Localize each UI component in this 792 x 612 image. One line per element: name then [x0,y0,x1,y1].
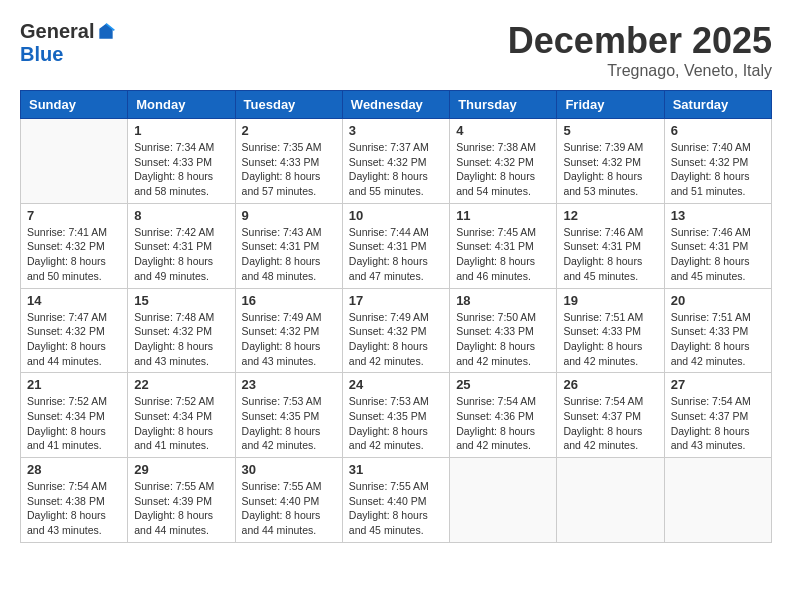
day-number: 28 [27,462,121,477]
calendar-day-cell: 19Sunrise: 7:51 AMSunset: 4:33 PMDayligh… [557,288,664,373]
day-number: 15 [134,293,228,308]
calendar-day-cell: 25Sunrise: 7:54 AMSunset: 4:36 PMDayligh… [450,373,557,458]
day-number: 29 [134,462,228,477]
calendar-day-cell: 26Sunrise: 7:54 AMSunset: 4:37 PMDayligh… [557,373,664,458]
day-number: 8 [134,208,228,223]
day-info: Sunrise: 7:34 AMSunset: 4:33 PMDaylight:… [134,140,228,199]
day-info: Sunrise: 7:49 AMSunset: 4:32 PMDaylight:… [349,310,443,369]
day-info: Sunrise: 7:40 AMSunset: 4:32 PMDaylight:… [671,140,765,199]
calendar-day-cell [450,458,557,543]
day-number: 10 [349,208,443,223]
day-number: 30 [242,462,336,477]
day-number: 19 [563,293,657,308]
day-number: 2 [242,123,336,138]
day-info: Sunrise: 7:39 AMSunset: 4:32 PMDaylight:… [563,140,657,199]
calendar-day-cell: 10Sunrise: 7:44 AMSunset: 4:31 PMDayligh… [342,203,449,288]
day-number: 24 [349,377,443,392]
day-info: Sunrise: 7:46 AMSunset: 4:31 PMDaylight:… [671,225,765,284]
day-info: Sunrise: 7:54 AMSunset: 4:37 PMDaylight:… [563,394,657,453]
day-number: 27 [671,377,765,392]
day-number: 12 [563,208,657,223]
calendar-week-row: 28Sunrise: 7:54 AMSunset: 4:38 PMDayligh… [21,458,772,543]
calendar-day-cell: 20Sunrise: 7:51 AMSunset: 4:33 PMDayligh… [664,288,771,373]
calendar-week-row: 7Sunrise: 7:41 AMSunset: 4:32 PMDaylight… [21,203,772,288]
day-number: 7 [27,208,121,223]
calendar-day-cell: 3Sunrise: 7:37 AMSunset: 4:32 PMDaylight… [342,119,449,204]
location-subtitle: Tregnago, Veneto, Italy [508,62,772,80]
weekday-header: Wednesday [342,91,449,119]
logo: General Blue [20,20,116,66]
day-info: Sunrise: 7:50 AMSunset: 4:33 PMDaylight:… [456,310,550,369]
day-info: Sunrise: 7:46 AMSunset: 4:31 PMDaylight:… [563,225,657,284]
day-info: Sunrise: 7:53 AMSunset: 4:35 PMDaylight:… [242,394,336,453]
day-number: 31 [349,462,443,477]
day-number: 25 [456,377,550,392]
calendar-day-cell [664,458,771,543]
day-info: Sunrise: 7:35 AMSunset: 4:33 PMDaylight:… [242,140,336,199]
day-number: 5 [563,123,657,138]
day-info: Sunrise: 7:52 AMSunset: 4:34 PMDaylight:… [27,394,121,453]
calendar-day-cell: 18Sunrise: 7:50 AMSunset: 4:33 PMDayligh… [450,288,557,373]
calendar-day-cell: 27Sunrise: 7:54 AMSunset: 4:37 PMDayligh… [664,373,771,458]
day-info: Sunrise: 7:53 AMSunset: 4:35 PMDaylight:… [349,394,443,453]
calendar-day-cell [21,119,128,204]
day-number: 21 [27,377,121,392]
day-number: 17 [349,293,443,308]
calendar-header-row: SundayMondayTuesdayWednesdayThursdayFrid… [21,91,772,119]
calendar-week-row: 14Sunrise: 7:47 AMSunset: 4:32 PMDayligh… [21,288,772,373]
calendar-day-cell: 21Sunrise: 7:52 AMSunset: 4:34 PMDayligh… [21,373,128,458]
day-number: 14 [27,293,121,308]
day-info: Sunrise: 7:47 AMSunset: 4:32 PMDaylight:… [27,310,121,369]
day-number: 18 [456,293,550,308]
title-section: December 2025 Tregnago, Veneto, Italy [508,20,772,80]
day-info: Sunrise: 7:49 AMSunset: 4:32 PMDaylight:… [242,310,336,369]
weekday-header: Tuesday [235,91,342,119]
logo-blue: Blue [20,43,63,66]
calendar-day-cell: 31Sunrise: 7:55 AMSunset: 4:40 PMDayligh… [342,458,449,543]
calendar-day-cell: 22Sunrise: 7:52 AMSunset: 4:34 PMDayligh… [128,373,235,458]
calendar-day-cell: 6Sunrise: 7:40 AMSunset: 4:32 PMDaylight… [664,119,771,204]
day-info: Sunrise: 7:52 AMSunset: 4:34 PMDaylight:… [134,394,228,453]
calendar-day-cell: 9Sunrise: 7:43 AMSunset: 4:31 PMDaylight… [235,203,342,288]
day-number: 23 [242,377,336,392]
calendar-day-cell: 29Sunrise: 7:55 AMSunset: 4:39 PMDayligh… [128,458,235,543]
calendar-day-cell: 28Sunrise: 7:54 AMSunset: 4:38 PMDayligh… [21,458,128,543]
weekday-header: Sunday [21,91,128,119]
day-info: Sunrise: 7:54 AMSunset: 4:36 PMDaylight:… [456,394,550,453]
weekday-header: Monday [128,91,235,119]
day-number: 6 [671,123,765,138]
calendar-day-cell: 15Sunrise: 7:48 AMSunset: 4:32 PMDayligh… [128,288,235,373]
day-info: Sunrise: 7:45 AMSunset: 4:31 PMDaylight:… [456,225,550,284]
page-header: General Blue December 2025 Tregnago, Ven… [20,20,772,80]
logo-icon [96,22,116,42]
calendar-day-cell: 13Sunrise: 7:46 AMSunset: 4:31 PMDayligh… [664,203,771,288]
day-info: Sunrise: 7:51 AMSunset: 4:33 PMDaylight:… [563,310,657,369]
weekday-header: Saturday [664,91,771,119]
day-number: 3 [349,123,443,138]
month-title: December 2025 [508,20,772,62]
calendar-week-row: 21Sunrise: 7:52 AMSunset: 4:34 PMDayligh… [21,373,772,458]
day-info: Sunrise: 7:55 AMSunset: 4:40 PMDaylight:… [349,479,443,538]
day-info: Sunrise: 7:42 AMSunset: 4:31 PMDaylight:… [134,225,228,284]
day-info: Sunrise: 7:41 AMSunset: 4:32 PMDaylight:… [27,225,121,284]
day-info: Sunrise: 7:55 AMSunset: 4:40 PMDaylight:… [242,479,336,538]
day-info: Sunrise: 7:54 AMSunset: 4:37 PMDaylight:… [671,394,765,453]
day-number: 26 [563,377,657,392]
calendar-day-cell: 11Sunrise: 7:45 AMSunset: 4:31 PMDayligh… [450,203,557,288]
logo-general: General [20,20,94,43]
day-number: 9 [242,208,336,223]
day-info: Sunrise: 7:48 AMSunset: 4:32 PMDaylight:… [134,310,228,369]
day-number: 4 [456,123,550,138]
calendar-day-cell: 7Sunrise: 7:41 AMSunset: 4:32 PMDaylight… [21,203,128,288]
calendar-day-cell: 23Sunrise: 7:53 AMSunset: 4:35 PMDayligh… [235,373,342,458]
calendar-day-cell [557,458,664,543]
calendar-table: SundayMondayTuesdayWednesdayThursdayFrid… [20,90,772,543]
day-info: Sunrise: 7:43 AMSunset: 4:31 PMDaylight:… [242,225,336,284]
calendar-day-cell: 24Sunrise: 7:53 AMSunset: 4:35 PMDayligh… [342,373,449,458]
calendar-day-cell: 16Sunrise: 7:49 AMSunset: 4:32 PMDayligh… [235,288,342,373]
day-number: 11 [456,208,550,223]
calendar-day-cell: 12Sunrise: 7:46 AMSunset: 4:31 PMDayligh… [557,203,664,288]
calendar-day-cell: 4Sunrise: 7:38 AMSunset: 4:32 PMDaylight… [450,119,557,204]
day-number: 1 [134,123,228,138]
day-number: 22 [134,377,228,392]
